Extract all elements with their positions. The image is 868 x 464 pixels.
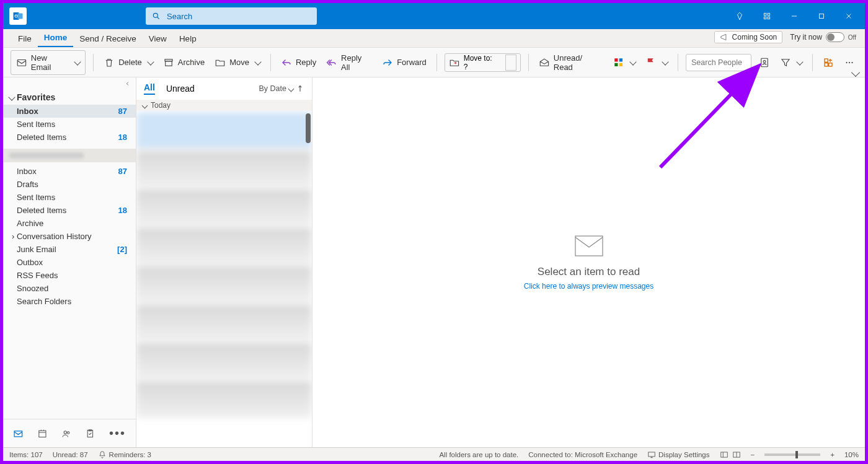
favorite-sent-items[interactable]: Sent Items [3,118,136,131]
flag-button[interactable] [643,55,670,71]
folder-conversation-history[interactable]: › Conversation History [3,230,136,243]
reply-all-button[interactable]: Reply All [324,51,374,74]
minimize-button[interactable] [781,3,808,29]
message-item[interactable] [136,343,312,380]
menu-send-receive[interactable]: Send / Receive [73,32,143,47]
message-item[interactable] [136,151,312,188]
menu-file[interactable]: File [12,32,38,47]
folder-snoozed[interactable]: Snoozed [3,282,136,295]
svg-rect-9 [764,17,766,19]
delete-button[interactable]: Delete [101,55,156,71]
svg-rect-8 [768,13,770,15]
message-item[interactable] [136,189,312,226]
chevron-down-icon [74,58,81,65]
always-preview-link[interactable]: Click here to always preview messages [524,282,653,291]
favorite-deleted-items[interactable]: Deleted Items18 [3,131,136,144]
try-it-now-toggle[interactable]: Try it now Off [785,31,861,43]
filter-button[interactable] [777,55,805,71]
folder-move-icon [215,57,226,68]
svg-rect-10 [768,17,770,19]
premium-icon[interactable] [726,3,753,29]
tasks-nav-icon[interactable] [85,427,95,440]
move-to-dropdown[interactable]: Move to: ? [445,53,521,72]
trash-icon [104,57,115,68]
chevron-down-icon [288,85,294,92]
tab-all[interactable]: All [144,82,155,95]
message-item[interactable] [136,227,312,265]
toggle-switch-off[interactable] [826,32,844,42]
zoom-in-button[interactable]: + [830,451,835,458]
account-header[interactable] [3,149,136,162]
categories-icon [613,57,624,68]
close-button[interactable] [835,3,862,29]
archive-button[interactable]: Archive [161,55,207,71]
message-item[interactable] [136,112,312,149]
status-items: Items: 107 [9,451,43,458]
folder-outbox[interactable]: Outbox [3,256,136,269]
group-today[interactable]: Today [136,100,312,111]
folder-sent-items[interactable]: Sent Items [3,191,136,204]
zoom-out-button[interactable]: − [751,451,755,458]
menu-help[interactable]: Help [173,32,203,47]
message-item[interactable] [136,266,312,303]
svg-rect-21 [619,63,622,66]
tab-unread[interactable]: Unread [166,84,195,94]
view-normal-icon[interactable] [720,450,728,459]
more-nav-icon[interactable]: ••• [109,426,126,440]
scrollbar-thumb[interactable] [306,113,311,143]
folder-deleted-items[interactable]: Deleted Items18 [3,204,136,217]
messages-scroll-area[interactable] [136,111,312,447]
coming-soon-chip[interactable]: Coming Soon [714,31,783,43]
people-nav-icon[interactable] [61,427,72,440]
display-settings-button[interactable]: Display Settings [647,450,709,459]
address-book-button[interactable] [756,55,773,71]
chevron-down-icon[interactable] [505,55,516,71]
collapse-folder-pane[interactable] [3,77,136,90]
search-people-input[interactable] [686,54,751,71]
zoom-level[interactable]: 10% [844,451,859,458]
folder-rss-feeds[interactable]: RSS Feeds [3,269,136,282]
envelope-open-icon [539,57,550,68]
message-item[interactable] [136,304,312,341]
svg-rect-31 [39,431,46,437]
svg-rect-25 [825,63,828,66]
menu-view[interactable]: View [143,32,173,47]
move-button[interactable]: Move [212,55,263,71]
view-reading-icon[interactable] [732,450,741,459]
maximize-button[interactable] [808,3,835,29]
sort-arrow-up-icon[interactable] [296,84,304,93]
sort-by-date[interactable]: By Date [259,84,304,93]
favorites-header[interactable]: Favorites [3,90,136,105]
chevron-down-icon [796,58,803,65]
status-reminders[interactable]: Reminders: 3 [98,450,151,459]
folder-junk-email[interactable]: Junk Email[2] [3,243,136,256]
outlook-app-icon [9,7,27,25]
message-item[interactable] [136,381,312,418]
collapse-ribbon-button[interactable] [852,69,859,76]
search-icon [152,12,161,20]
categorize-button[interactable] [611,55,638,71]
favorite-inbox[interactable]: Inbox87 [3,105,136,118]
calendar-nav-icon[interactable] [37,427,48,440]
svg-rect-30 [14,431,22,436]
mail-icon [16,57,27,68]
folder-drafts[interactable]: Drafts [3,178,136,191]
new-email-button[interactable]: New Email [11,50,86,75]
navigation-switch: ••• [3,419,136,447]
archive-icon [163,57,174,68]
mail-nav-icon[interactable] [13,427,24,440]
folder-inbox[interactable]: Inbox87 [3,165,136,178]
global-search[interactable]: Search [146,7,317,25]
folder-search-folders[interactable]: Search Folders [3,295,136,308]
zoom-slider[interactable] [764,453,820,456]
chevron-down-icon [629,58,636,65]
menu-home[interactable]: Home [38,30,74,47]
unread-read-button[interactable]: Unread/ Read [536,51,606,74]
reply-button[interactable]: Reply [278,55,319,71]
forward-button[interactable]: Forward [379,55,429,71]
chevron-down-icon [662,58,668,65]
status-sync: All folders are up to date. [439,451,518,458]
apps-grid-icon[interactable] [753,3,781,29]
get-addins-button[interactable] [820,55,836,71]
folder-archive[interactable]: Archive [3,217,136,230]
